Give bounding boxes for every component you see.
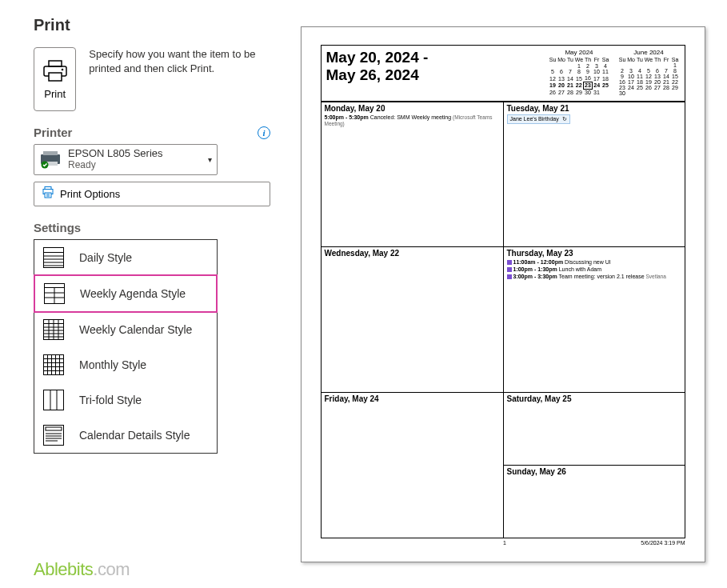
printer-name: EPSON L805 Series bbox=[68, 148, 202, 160]
weekly-agenda-icon bbox=[43, 282, 66, 305]
watermark: Ablebits.com bbox=[34, 559, 270, 580]
print-preview-page: May 20, 2024 - May 26, 2024 May 2024SuMo… bbox=[301, 26, 705, 562]
daily-style-icon bbox=[42, 246, 65, 269]
weekly-calendar-icon bbox=[42, 318, 65, 341]
svg-rect-0 bbox=[49, 61, 62, 66]
allday-event: Jane Lee's Birthday ↻ bbox=[507, 114, 570, 124]
svg-rect-5 bbox=[43, 151, 58, 155]
event: 1:00pm - 1:30pm Lunch with Adam bbox=[507, 266, 681, 274]
doc-header: May 20, 2024 - May 26, 2024 May 2024SuMo… bbox=[321, 45, 685, 102]
style-item-weekly-calendar[interactable]: Weekly Calendar Style bbox=[34, 312, 217, 347]
cell-wednesday: Wednesday, May 22 bbox=[322, 246, 503, 392]
event: 5:00pm - 5:30pm Canceled: SMM Weekly mee… bbox=[325, 114, 500, 129]
cell-monday: Monday, May 20 5:00pm - 5:30pm Canceled:… bbox=[322, 102, 503, 247]
cell-friday: Friday, May 24 bbox=[322, 392, 503, 538]
event: 11:00am - 12:00pm Discussing new UI bbox=[507, 259, 681, 266]
preview-footer: 1 5/6/2024 3:19 PM bbox=[321, 538, 685, 546]
printer-section-header: Printer i bbox=[34, 126, 270, 139]
print-options-label: Print Options bbox=[60, 188, 120, 200]
printer-device-icon bbox=[39, 150, 62, 169]
page-number: 1 bbox=[369, 540, 641, 546]
print-button[interactable]: Print bbox=[34, 47, 76, 111]
cell-tuesday: Tuesday, May 21 Jane Lee's Birthday ↻ bbox=[503, 102, 685, 247]
print-action-row: Print Specify how you want the item to b… bbox=[34, 47, 270, 111]
style-item-label: Daily Style bbox=[79, 251, 132, 264]
trifold-style-icon bbox=[42, 389, 65, 411]
chevron-down-icon: ▾ bbox=[208, 155, 212, 164]
weekly-agenda-grid: Monday, May 20 5:00pm - 5:30pm Canceled:… bbox=[321, 102, 685, 538]
style-item-label: Monthly Style bbox=[79, 358, 146, 371]
print-settings-panel: Print Print Specify how you want the ite… bbox=[0, 0, 286, 588]
print-options-button[interactable]: Print Options bbox=[34, 182, 270, 206]
style-item-daily[interactable]: Daily Style bbox=[34, 240, 217, 275]
svg-rect-42 bbox=[44, 390, 64, 410]
style-item-details[interactable]: Calendar Details Style bbox=[34, 418, 217, 453]
style-item-label: Weekly Agenda Style bbox=[80, 287, 186, 300]
style-item-trifold[interactable]: Tri-fold Style bbox=[34, 382, 217, 418]
style-item-monthly[interactable]: Monthly Style bbox=[34, 347, 217, 382]
doc-date-range: May 20, 2024 - May 26, 2024 bbox=[326, 49, 549, 96]
style-item-label: Weekly Calendar Style bbox=[79, 323, 192, 336]
cell-sunday: Sunday, May 26 bbox=[503, 465, 685, 538]
settings-label: Settings bbox=[34, 221, 81, 234]
recurring-icon: ↻ bbox=[562, 116, 567, 122]
style-item-label: Tri-fold Style bbox=[79, 394, 142, 406]
svg-rect-14 bbox=[44, 247, 64, 252]
style-item-label: Calendar Details Style bbox=[79, 429, 190, 442]
page-title: Print bbox=[34, 16, 270, 34]
event: 3:00pm - 3:30pm Team meeting: version 2.… bbox=[507, 274, 681, 281]
svg-rect-33 bbox=[44, 354, 64, 374]
svg-rect-2 bbox=[49, 73, 62, 81]
cell-thursday: Thursday, May 23 11:00am - 12:00pm Discu… bbox=[503, 246, 685, 392]
footer-timestamp: 5/6/2024 3:19 PM bbox=[641, 540, 685, 546]
info-icon[interactable]: i bbox=[258, 126, 270, 139]
printer-select[interactable]: EPSON L805 Series Ready ▾ bbox=[34, 144, 218, 175]
print-options-icon bbox=[42, 186, 55, 202]
details-style-icon bbox=[42, 424, 65, 446]
print-button-label: Print bbox=[44, 88, 66, 100]
mini-calendar-may: May 2024SuMoTuWeThFrSa123456789101112131… bbox=[549, 49, 610, 96]
mini-calendars: May 2024SuMoTuWeThFrSa123456789101112131… bbox=[549, 49, 680, 96]
svg-point-3 bbox=[61, 68, 63, 70]
style-item-weekly-agenda[interactable]: Weekly Agenda Style bbox=[34, 274, 218, 313]
printer-icon bbox=[42, 59, 69, 83]
svg-rect-10 bbox=[45, 193, 51, 198]
svg-rect-20 bbox=[45, 283, 65, 287]
monthly-style-icon bbox=[42, 354, 65, 376]
printer-status: Ready bbox=[68, 160, 202, 171]
svg-rect-45 bbox=[44, 425, 64, 445]
mini-calendar-june: June 2024SuMoTuWeThFrSa12345678910111213… bbox=[618, 49, 680, 96]
settings-section-header: Settings bbox=[34, 221, 270, 234]
print-preview-area: May 20, 2024 - May 26, 2024 May 2024SuMo… bbox=[286, 0, 727, 588]
cell-saturday: Saturday, May 25 bbox=[503, 392, 685, 465]
print-styles-list: Daily Style Weekly Agenda Style Weekly C… bbox=[34, 239, 218, 454]
print-info-text: Specify how you want the item to be prin… bbox=[89, 47, 270, 111]
printer-section-label: Printer bbox=[34, 126, 72, 139]
